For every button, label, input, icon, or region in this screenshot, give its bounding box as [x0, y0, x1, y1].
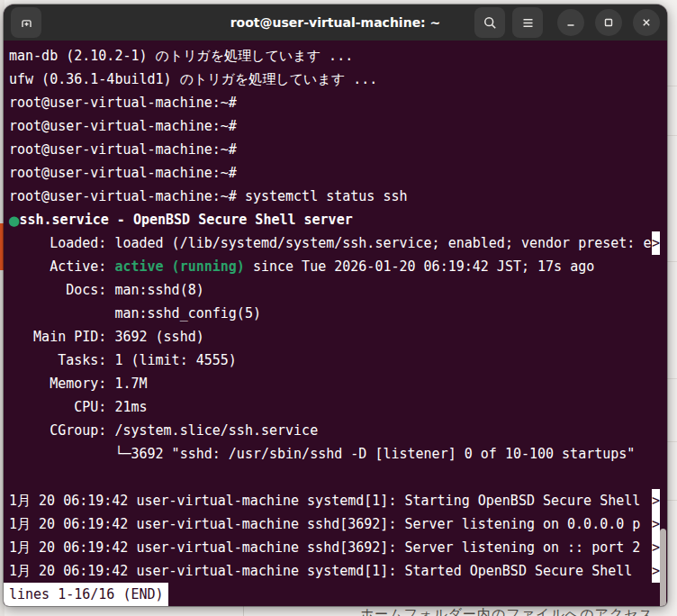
tab-plus-icon: [19, 15, 34, 31]
maximize-button[interactable]: [595, 9, 622, 36]
terminal-text: Main PID: 3692 (sshd): [9, 325, 204, 349]
reverse-video-text: >: [652, 536, 660, 559]
new-tab-button[interactable]: [11, 7, 41, 38]
terminal-text: root@user-virtual-machine:~#: [9, 91, 237, 114]
reverse-video-text: >: [652, 231, 660, 255]
terminal-line: Tasks: 1 (limit: 4555): [9, 349, 660, 372]
terminal-content[interactable]: man-db (2.10.2-1) のトリガを処理しています ...ufw (0…: [4, 41, 667, 606]
terminal-line: root@user-virtual-machine:~#: [9, 138, 660, 161]
terminal-line: ●ssh.service - OpenBSD Secure Shell serv…: [9, 208, 660, 231]
terminal-line: [9, 466, 660, 489]
terminal-line: ufw (0.36.1-4build1) のトリガを処理しています ...: [9, 68, 660, 91]
terminal-text: Memory: 1.7M: [9, 372, 148, 395]
terminal-text: active (running): [114, 255, 245, 278]
background-separator: [667, 135, 677, 136]
search-button[interactable]: [474, 7, 505, 38]
terminal-text: Docs: man:sshd(8): [9, 278, 204, 302]
background-separator: [667, 378, 677, 379]
terminal-text: ssh.service - OpenBSD Secure Shell serve…: [19, 208, 352, 231]
background-separator: [667, 500, 677, 501]
terminal-text: 1月 20 06:19:42 user-virtual-machine syst…: [9, 559, 640, 583]
terminal-line: man:sshd_config(5): [9, 302, 660, 325]
background-separator: [667, 261, 677, 262]
reverse-video-text: >: [652, 489, 660, 512]
search-icon: [483, 15, 498, 31]
terminal-line: Active: active (running) since Tue 2026-…: [9, 255, 660, 278]
reverse-video-text: >: [652, 559, 660, 583]
reverse-video-text: lines 1-16/16 (END): [4, 583, 168, 606]
menu-button[interactable]: [512, 7, 543, 38]
terminal-lines: man-db (2.10.2-1) のトリガを処理しています ...ufw (0…: [9, 44, 667, 606]
hamburger-icon: [521, 16, 535, 30]
minimize-button[interactable]: [557, 9, 584, 36]
terminal-window: root@user-virtual-machine: ~: [4, 5, 667, 606]
terminal-text: root@user-virtual-machine:~#: [9, 161, 237, 185]
close-button[interactable]: [633, 9, 660, 36]
terminal-text: man:sshd_config(5): [9, 302, 261, 325]
terminal-text: ●: [9, 212, 19, 229]
terminal-line: 1月 20 06:19:42 user-virtual-machine syst…: [9, 559, 660, 583]
titlebar[interactable]: root@user-virtual-machine: ~: [4, 5, 667, 41]
terminal-line: CPU: 21ms: [9, 395, 660, 419]
terminal-text: CPU: 21ms: [9, 395, 148, 419]
terminal-text: root@user-virtual-machine:~#: [9, 114, 237, 138]
terminal-line: Main PID: 3692 (sshd): [9, 325, 660, 349]
terminal-text: root@user-virtual-machine:~#: [9, 138, 237, 161]
terminal-line: root@user-virtual-machine:~#: [9, 114, 660, 138]
terminal-text: since Tue 2026-01-20 06:19:42 JST; 17s a…: [245, 255, 594, 278]
terminal-text: man-db (2.10.2-1) のトリガを処理しています ...: [9, 44, 353, 68]
background-separator: [667, 441, 677, 442]
maximize-icon: [602, 16, 615, 29]
terminal-line: root@user-virtual-machine:~#: [9, 161, 660, 185]
close-icon: [640, 16, 653, 29]
background-separator: [667, 86, 677, 86]
terminal-line: CGroup: /system.slice/ssh.service: [9, 419, 660, 442]
background-bottom-text: ホームフォルダー内のファイルへのアクセス: [360, 606, 654, 616]
terminal-text: 1月 20 06:19:42 user-virtual-machine syst…: [9, 489, 640, 512]
terminal-text: Active:: [9, 255, 114, 278]
terminal-line: Loaded: loaded (/lib/systemd/system/ssh.…: [9, 231, 660, 255]
terminal-line: Memory: 1.7M: [9, 372, 660, 395]
terminal-line: 1月 20 06:19:42 user-virtual-machine sshd…: [9, 512, 660, 536]
terminal-text: ufw (0.36.1-4build1) のトリガを処理しています ...: [9, 68, 377, 91]
terminal-line: Docs: man:sshd(8): [9, 278, 660, 302]
terminal-text: Tasks: 1 (limit: 4555): [9, 349, 237, 372]
terminal-line: └─3692 "sshd: /usr/sbin/sshd -D [listene…: [9, 442, 660, 466]
terminal-line: root@user-virtual-machine:~#: [9, 91, 660, 114]
terminal-text: root@user-virtual-machine:~# systemctl s…: [9, 185, 408, 208]
scrollbar-thumb[interactable]: [660, 529, 666, 606]
terminal-text: 1月 20 06:19:42 user-virtual-machine sshd…: [9, 512, 640, 536]
terminal-text: Loaded: loaded (/lib/systemd/system/ssh.…: [9, 231, 651, 255]
terminal-line: root@user-virtual-machine:~# systemctl s…: [9, 185, 660, 208]
terminal-text: └─3692 "sshd: /usr/sbin/sshd -D [listene…: [9, 442, 635, 466]
terminal-line: man-db (2.10.2-1) のトリガを処理しています ...: [9, 44, 660, 68]
terminal-text: CGroup: /system.slice/ssh.service: [9, 419, 318, 442]
terminal-line: 1月 20 06:19:42 user-virtual-machine syst…: [9, 489, 660, 512]
terminal-text: 1月 20 06:19:42 user-virtual-machine sshd…: [9, 536, 640, 559]
background-bottom-divider: [243, 606, 244, 616]
terminal-line: lines 1-16/16 (END): [9, 583, 660, 606]
reverse-video-text: >: [652, 512, 660, 536]
minimize-icon: [564, 16, 577, 29]
window-title: root@user-virtual-machine: ~: [230, 15, 441, 30]
terminal-line: 1月 20 06:19:42 user-virtual-machine sshd…: [9, 536, 660, 559]
